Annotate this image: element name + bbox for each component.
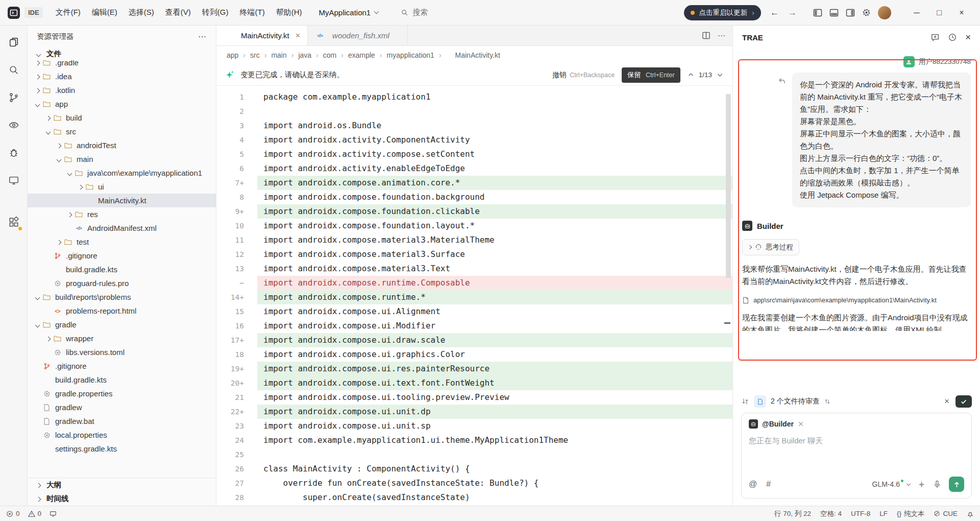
menu-item[interactable]: 转到(G) xyxy=(197,5,234,20)
debug-icon[interactable] xyxy=(5,144,22,161)
more-icon[interactable]: ⋯ xyxy=(198,32,207,41)
tree-item[interactable]: </> <> AndroidManifest.xml xyxy=(28,221,216,235)
file-reference[interactable]: app\src\main\java\com\example\myapplicat… xyxy=(742,296,971,304)
tree-item[interactable]: </> <> .kotlin xyxy=(28,83,216,97)
tree-item[interactable]: </> <> MainActivity.kt xyxy=(28,194,216,207)
tree-item[interactable]: </> <> ui xyxy=(28,180,216,194)
editor-scrollbar[interactable] xyxy=(726,94,731,278)
tree-item[interactable]: </> <> gradlew xyxy=(28,400,216,414)
outline-section[interactable]: 大纲 xyxy=(28,478,216,492)
breadcrumb-item[interactable]: myapplication1 xyxy=(375,51,434,59)
menu-item[interactable]: 选择(S) xyxy=(123,5,160,20)
menu-item[interactable]: 帮助(H) xyxy=(271,5,308,20)
editor-tab[interactable]: </> wooden_fish.xml × xyxy=(308,26,408,45)
tree-item[interactable]: </> <> problems-report.html xyxy=(28,304,216,318)
tree-item[interactable]: </> <> proguard-rules.pro xyxy=(28,276,216,290)
indentation-setting[interactable]: 空格: 4 xyxy=(820,509,842,518)
close-window-button[interactable]: × xyxy=(950,4,973,22)
extensions-icon[interactable] xyxy=(5,214,22,231)
breadcrumb-item[interactable]: app xyxy=(227,51,238,59)
new-chat-icon[interactable] xyxy=(930,33,940,42)
sparkle-icon[interactable] xyxy=(918,481,925,488)
restart-update-button[interactable]: 点击重启以更新 › xyxy=(684,5,762,20)
search-sidebar-icon[interactable] xyxy=(5,61,22,79)
accept-all-button[interactable] xyxy=(955,395,972,408)
preview-eye-icon[interactable] xyxy=(5,116,22,134)
cursor-position[interactable]: 行 70, 列 22 xyxy=(774,509,811,518)
remote-monitor-icon[interactable] xyxy=(5,172,22,189)
menu-item[interactable]: 文件(F) xyxy=(50,5,86,20)
dismiss-review-icon[interactable]: × xyxy=(944,396,949,407)
revert-icon[interactable] xyxy=(778,77,786,85)
prev-change-icon[interactable] xyxy=(688,72,694,78)
tree-item[interactable]: </> <> java\com\example\myapplication1 xyxy=(28,166,216,180)
toggle-review-icon[interactable] xyxy=(741,397,749,406)
maximize-button[interactable]: □ xyxy=(928,4,950,22)
eol-setting[interactable]: LF xyxy=(879,510,888,517)
editor-tab[interactable]: </> MainActivity.kt × xyxy=(216,26,308,45)
tree-item[interactable]: </> <> build.gradle.kts xyxy=(28,263,216,276)
breadcrumb-item[interactable]: example xyxy=(336,51,375,59)
project-selector[interactable]: MyApplication1 xyxy=(318,8,378,17)
tree-item[interactable]: </> <> .idea xyxy=(28,69,216,83)
breadcrumb-item[interactable]: main xyxy=(260,51,287,59)
tree-item[interactable]: </> <> libs.versions.toml xyxy=(28,345,216,359)
toggle-left-panel-icon[interactable] xyxy=(813,8,822,17)
history-icon[interactable] xyxy=(948,33,957,42)
bell-icon[interactable] xyxy=(967,510,974,517)
tree-item[interactable]: </> <> gradle.properties xyxy=(28,387,216,400)
undo-changes-button[interactable]: 撤销 Ctrl+Backspace xyxy=(552,70,615,80)
chat-input[interactable]: 您正在与 Builder 聊天 xyxy=(749,436,964,477)
global-search[interactable]: 搜索 xyxy=(401,8,428,17)
tree-item[interactable]: </> <> .gradle xyxy=(28,60,216,69)
tree-item[interactable]: </> <> main xyxy=(28,152,216,166)
more-icon[interactable]: ⋯ xyxy=(718,31,725,40)
explorer-icon[interactable] xyxy=(5,34,22,51)
tree-item[interactable]: </> <> src xyxy=(28,125,216,138)
errors-indicator[interactable]: 0 xyxy=(6,510,20,517)
tree-item[interactable]: </> <> .gitignore xyxy=(28,249,216,263)
menu-item[interactable]: 终端(T) xyxy=(234,5,271,20)
split-editor-icon[interactable] xyxy=(702,31,710,40)
tree-item[interactable]: </> <> wrapper xyxy=(28,331,216,345)
encoding-setting[interactable]: UTF-8 xyxy=(851,510,870,517)
tree-item[interactable]: </> <> gradlew.bat xyxy=(28,414,216,428)
close-panel-icon[interactable]: × xyxy=(965,32,971,43)
sort-icon[interactable] xyxy=(824,398,830,405)
cue-indicator[interactable]: CUE xyxy=(934,510,958,517)
tree-item[interactable]: </> <> test xyxy=(28,235,216,249)
tree-item[interactable]: </> <> res xyxy=(28,207,216,221)
context-button[interactable]: # xyxy=(766,480,771,489)
chat-messages[interactable]: 用户8822330748 你是一个资深的 Android 开发专家。请帮我把当前… xyxy=(733,49,980,391)
tree-item[interactable]: </> <> build xyxy=(28,111,216,125)
next-change-icon[interactable] xyxy=(717,72,723,78)
mention-chip[interactable]: @Builder xyxy=(749,419,964,429)
changed-files-icon[interactable] xyxy=(754,395,766,408)
tree-item[interactable]: </> <> androidTest xyxy=(28,138,216,152)
tools-icon[interactable] xyxy=(798,421,804,427)
menu-item[interactable]: 查看(V) xyxy=(160,5,197,20)
timeline-section[interactable]: 时间线 xyxy=(28,492,216,506)
mention-button[interactable]: @ xyxy=(749,480,757,489)
back-button[interactable]: ← xyxy=(770,8,779,18)
breadcrumb-item[interactable]: com xyxy=(311,51,336,59)
model-selector[interactable]: GLM-4.6 xyxy=(872,480,910,488)
tree-item[interactable]: </> <> build.gradle.kts xyxy=(28,373,216,387)
files-section-header[interactable]: 文件 xyxy=(28,47,216,60)
toggle-bottom-panel-icon[interactable] xyxy=(829,8,839,17)
code-editor[interactable]: 1 package com.example.myapplication1 2 3… xyxy=(216,86,732,506)
tree-item[interactable]: </> <> app xyxy=(28,97,216,111)
forward-button[interactable]: → xyxy=(788,8,797,18)
minimize-button[interactable]: ─ xyxy=(905,4,928,22)
tree-item[interactable]: </> <> local.properties xyxy=(28,428,216,442)
chat-input-card[interactable]: @Builder 您正在与 Builder 聊天 @ # GLM-4.6 xyxy=(741,413,972,499)
tree-item[interactable]: </> <> build\reports\problems xyxy=(28,290,216,304)
tree-item[interactable]: </> <> .gitignore xyxy=(28,359,216,373)
mic-icon[interactable] xyxy=(933,480,941,488)
keep-changes-button[interactable]: 保留 Ctrl+Enter xyxy=(622,67,680,83)
breadcrumb-item[interactable]: java xyxy=(287,51,311,59)
ports-icon[interactable] xyxy=(50,510,57,517)
breadcrumb-item[interactable]: MainActivity.kt xyxy=(434,51,500,59)
send-button[interactable] xyxy=(949,477,964,492)
tree-item[interactable]: </> <> settings.gradle.kts xyxy=(28,442,216,456)
